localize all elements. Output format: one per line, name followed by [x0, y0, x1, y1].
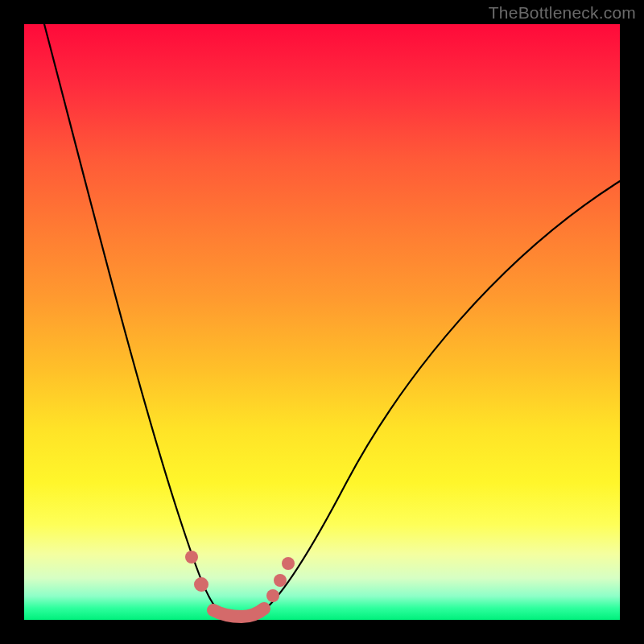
marker-sausage	[213, 609, 264, 617]
chart-frame: TheBottleneck.com	[0, 0, 644, 644]
marker-dot	[274, 574, 287, 587]
bottleneck-curve	[44, 24, 620, 619]
marker-dot	[282, 557, 295, 570]
chart-overlay	[0, 0, 644, 644]
marker-dot	[194, 577, 208, 592]
marker-dot	[185, 551, 198, 564]
marker-dot	[266, 589, 279, 602]
